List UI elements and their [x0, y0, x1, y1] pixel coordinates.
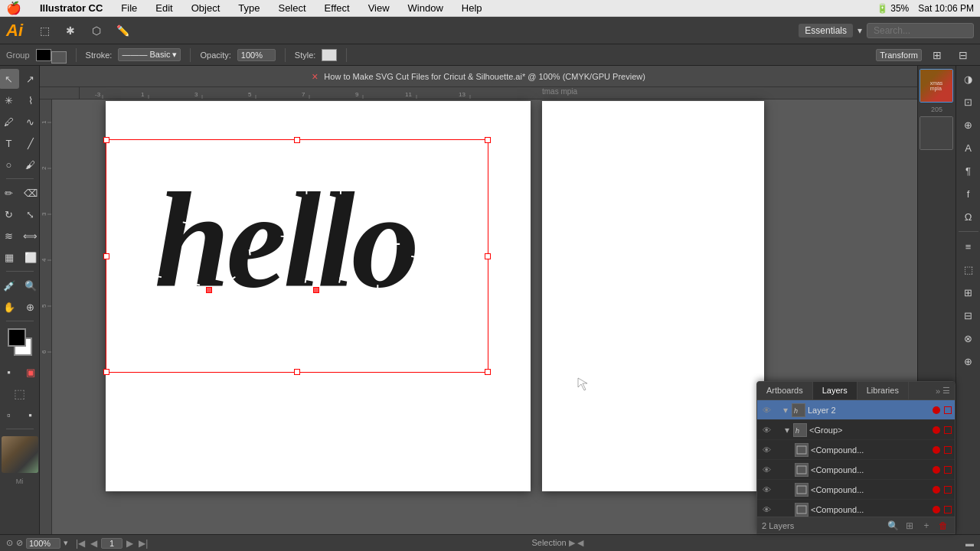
links-icon[interactable]: ⊡: [959, 92, 978, 112]
workspace-dropdown[interactable]: Essentials: [799, 24, 853, 37]
menu-item-select[interactable]: Select: [275, 2, 309, 14]
opacity-field[interactable]: 100%: [237, 49, 276, 61]
opentype-icon[interactable]: f: [959, 184, 978, 204]
nav-icon-right[interactable]: ⊘: [16, 538, 23, 548]
eraser-tool[interactable]: ⌫: [21, 183, 41, 203]
zoom-dropdown-icon[interactable]: ▾: [64, 538, 68, 548]
foreground-color[interactable]: [8, 328, 26, 347]
color-indicator[interactable]: [6, 328, 34, 356]
zoom-input[interactable]: [26, 538, 60, 549]
menu-item-type[interactable]: Type: [235, 2, 263, 14]
width-tool[interactable]: ⟺: [21, 226, 41, 246]
expand-arrow-layer2[interactable]: ▾: [783, 405, 788, 416]
apple-menu[interactable]: 🍎: [6, 1, 21, 15]
pathfinder-icon[interactable]: ⊗: [959, 328, 978, 348]
screen-mode-normal[interactable]: ▫: [0, 405, 19, 425]
direct-selection-tool[interactable]: ↗: [21, 69, 41, 89]
menu-item-object[interactable]: Object: [188, 2, 224, 14]
visibility-icon-group[interactable]: 👁: [760, 424, 773, 436]
character-icon[interactable]: A: [959, 138, 978, 158]
tool-submenu-icon[interactable]: ▶: [569, 538, 575, 547]
thumbnail-1[interactable]: xmasmpla: [920, 69, 953, 103]
tab-artboards[interactable]: Artboards: [757, 382, 813, 399]
layer-row-group[interactable]: 👁 ▾ h <Group>: [757, 420, 955, 440]
zoom-tool[interactable]: 🔍: [21, 276, 41, 295]
column-graph-tool[interactable]: ▦: [0, 247, 19, 267]
align-icon[interactable]: ⊞: [926, 44, 948, 66]
align-icon-2[interactable]: ⊕: [959, 351, 978, 371]
glyphs-icon[interactable]: Ω: [959, 207, 978, 227]
layer-row-compound2[interactable]: 👁 <Compound...: [757, 460, 955, 480]
fill-color-box[interactable]: [36, 49, 51, 61]
paintbrush-tool[interactable]: 🖌: [21, 155, 41, 174]
toolbar-button-4[interactable]: ✏️: [112, 20, 133, 41]
paragraph-icon[interactable]: ¶: [959, 161, 978, 181]
next-page-btn[interactable]: ▶: [125, 538, 135, 549]
artboard-tool[interactable]: ⬜: [21, 247, 41, 267]
menu-item-edit[interactable]: Edit: [152, 2, 175, 14]
layers-icon[interactable]: ≡: [959, 236, 978, 256]
style-color-box[interactable]: [322, 49, 337, 61]
layer-lock-c2[interactable]: [944, 466, 952, 474]
curvature-tool[interactable]: ∿: [21, 112, 41, 132]
layer-row-compound3[interactable]: 👁 <Compound...: [757, 480, 955, 500]
distribute-icon[interactable]: ⊟: [952, 44, 974, 66]
fill-mode-solid[interactable]: ▪: [0, 362, 19, 382]
ellipse-tool[interactable]: ○: [0, 155, 19, 174]
tab-layers[interactable]: Layers: [813, 382, 858, 399]
layer-lock-c4[interactable]: [944, 506, 952, 514]
menu-item-window[interactable]: Window: [405, 2, 446, 14]
eyedropper-tool[interactable]: 💉: [0, 276, 19, 295]
layer-row-compound4[interactable]: 👁 <Compound...: [757, 500, 955, 517]
new-layer-group-btn[interactable]: ⊞: [903, 520, 916, 532]
layers-expand-button[interactable]: » ☰: [931, 382, 955, 399]
rotate-tool[interactable]: ↻: [0, 204, 19, 224]
stroke-dropdown[interactable]: ——— Basic ▾: [118, 48, 181, 61]
first-page-btn[interactable]: |◀: [74, 538, 87, 549]
transform-panel-icon[interactable]: ⊟: [959, 305, 978, 325]
page-number-input[interactable]: [101, 538, 122, 549]
search-layer-btn[interactable]: 🔍: [886, 520, 900, 532]
menu-item-view[interactable]: View: [365, 2, 393, 14]
visibility-icon-c1[interactable]: 👁: [760, 444, 773, 456]
layer-lock-layer2[interactable]: [944, 406, 952, 414]
toolbar-button-3[interactable]: ⬡: [86, 20, 107, 41]
layers-list[interactable]: 👁 ▾ h Layer 2 👁 ▾ h <Group>: [757, 400, 955, 517]
menu-item-file[interactable]: File: [118, 2, 140, 14]
visibility-icon-c3[interactable]: 👁: [760, 484, 773, 496]
pencil-tool[interactable]: ✏: [0, 183, 19, 203]
thumbnail-2[interactable]: [920, 116, 953, 150]
new-layer-btn[interactable]: +: [920, 520, 933, 532]
scale-tool[interactable]: ⤡: [21, 204, 41, 224]
stroke-color-box[interactable]: [51, 51, 67, 64]
prev-page-btn[interactable]: ◀: [89, 538, 99, 549]
artboard-main[interactable]: .hello-path { fill: #1a1a1a; } hello hel…: [106, 101, 531, 491]
delete-layer-btn[interactable]: 🗑: [936, 520, 950, 532]
layer-lock-c1[interactable]: [944, 446, 952, 454]
tool-back-icon[interactable]: ◀: [577, 538, 583, 547]
appearance-icon[interactable]: ⊕: [959, 115, 978, 135]
selection-tool[interactable]: ↖: [0, 69, 19, 89]
layer-lock-c3[interactable]: [944, 486, 952, 494]
tab-libraries[interactable]: Libraries: [858, 382, 909, 399]
handle-bottom-right[interactable]: [485, 369, 491, 375]
menu-item-effect[interactable]: Effect: [322, 2, 353, 14]
layer-lock-group[interactable]: [944, 426, 952, 434]
menu-item-illustrator[interactable]: Illustrator CC: [37, 2, 106, 14]
handle-middle-left[interactable]: [103, 253, 109, 259]
menu-item-help[interactable]: Help: [459, 2, 485, 14]
navigator-icon[interactable]: ⊞: [959, 282, 978, 302]
screen-mode-full[interactable]: ▪: [21, 405, 41, 425]
transform-dropdown[interactable]: Transform: [876, 49, 922, 61]
warp-tool[interactable]: ≋: [0, 226, 19, 246]
artboard-icon[interactable]: ⬚: [959, 259, 978, 279]
visibility-icon-c4[interactable]: 👁: [760, 504, 773, 516]
zoom-tool-2[interactable]: ⊕: [21, 297, 41, 317]
last-page-btn[interactable]: ▶|: [137, 538, 149, 549]
line-tool[interactable]: ╱: [21, 133, 41, 153]
hand-tool[interactable]: ✋: [0, 297, 19, 317]
layer-row-compound1[interactable]: 👁 <Compound...: [757, 440, 955, 460]
lasso-tool[interactable]: ⌇: [21, 90, 41, 110]
handle-bottom-left[interactable]: [103, 369, 109, 375]
handle-bottom-center[interactable]: [294, 369, 300, 375]
